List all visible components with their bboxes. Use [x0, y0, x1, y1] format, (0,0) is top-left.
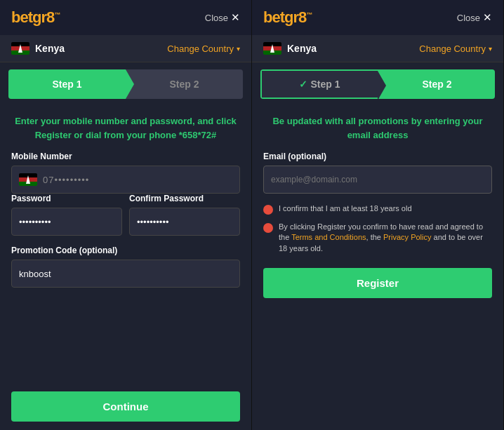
left-logo: betgr8™	[11, 8, 60, 27]
right-step2-label: Step 2	[422, 79, 451, 90]
terms-text-part2: , the	[366, 233, 383, 241]
right-change-country-label: Change Country	[419, 43, 486, 54]
left-panel: betgr8™ Close ✕ Kenya Change Country ▾ S…	[0, 0, 252, 430]
right-header: betgr8™ Close ✕	[252, 0, 503, 35]
password-label: Password	[11, 194, 122, 203]
right-step1[interactable]: ✓ Step 1	[260, 69, 379, 99]
right-logo: betgr8™	[263, 8, 312, 27]
age-confirm-text: I confirm that I am at least 18 years ol…	[279, 203, 412, 214]
right-logo-text2: gr8	[284, 8, 306, 26]
logo-text1: bet	[11, 8, 32, 26]
left-country-info: Kenya	[11, 42, 65, 55]
right-country-bar: Kenya Change Country ▾	[252, 35, 503, 62]
right-steps: ✓ Step 1 Step 2	[260, 69, 495, 99]
mobile-input[interactable]	[43, 175, 232, 185]
step1-check-icon: ✓	[299, 79, 307, 90]
left-step2[interactable]: Step 2	[126, 69, 243, 99]
right-instruction: Be updated with all promotions by enteri…	[263, 114, 492, 142]
right-step2[interactable]: Step 2	[379, 69, 495, 99]
logo-tm: ™	[54, 11, 60, 18]
mobile-flag-icon	[19, 173, 37, 186]
right-step1-label: Step 1	[310, 79, 340, 90]
right-logo-text1: bet	[263, 8, 284, 26]
left-steps: Step 1 Step 2	[8, 69, 243, 99]
terms-confirm-text: By clicking Register you confirm to have…	[279, 222, 492, 254]
register-button[interactable]: Register	[263, 268, 492, 298]
right-change-country-button[interactable]: Change Country ▾	[419, 43, 492, 54]
right-logo-tm: ™	[306, 11, 312, 18]
left-close-button[interactable]: Close ✕	[205, 11, 240, 24]
continue-button[interactable]: Continue	[11, 391, 240, 422]
left-flag-icon	[11, 42, 29, 55]
terms-confirm-radio[interactable]	[263, 223, 273, 233]
age-confirm-row: I confirm that I am at least 18 years ol…	[263, 203, 492, 215]
left-step1[interactable]: Step 1	[8, 69, 126, 99]
terms-confirm-row: By clicking Register you confirm to have…	[263, 222, 492, 254]
step2-label: Step 2	[169, 79, 199, 90]
left-change-country-label: Change Country	[167, 43, 234, 54]
right-content: Be updated with all promotions by enteri…	[252, 106, 503, 430]
confirm-label: Confirm Password	[129, 194, 240, 203]
logo-text2: gr8	[32, 8, 54, 26]
email-input[interactable]	[263, 166, 492, 194]
right-flag-icon	[263, 42, 281, 55]
age-confirm-radio[interactable]	[263, 205, 273, 215]
close-label: Close	[205, 13, 228, 23]
right-close-x-icon: ✕	[483, 11, 492, 24]
promo-label: Promotion Code (optional)	[11, 246, 240, 255]
mobile-input-wrapper	[11, 166, 240, 194]
left-content: Enter your mobile number and password, a…	[0, 106, 251, 430]
right-country-info: Kenya	[263, 42, 317, 55]
password-field-group: Password	[11, 194, 122, 236]
left-instruction: Enter your mobile number and password, a…	[11, 114, 240, 142]
right-close-button[interactable]: Close ✕	[457, 11, 492, 24]
left-header: betgr8™ Close ✕	[0, 0, 251, 35]
close-x-icon: ✕	[231, 11, 240, 24]
confirm-field-group: Confirm Password	[129, 194, 240, 236]
terms-link[interactable]: Terms and Conditions	[291, 233, 366, 241]
left-country-name: Kenya	[35, 43, 65, 54]
email-label: Email (optional)	[263, 152, 492, 161]
password-input[interactable]	[11, 208, 122, 236]
password-row: Password Confirm Password	[11, 194, 240, 236]
right-country-name: Kenya	[287, 43, 317, 54]
privacy-link[interactable]: Privacy Policy	[383, 233, 431, 241]
right-panel: betgr8™ Close ✕ Kenya Change Country ▾ ✓…	[252, 0, 504, 430]
right-close-label: Close	[457, 13, 480, 23]
confirm-input[interactable]	[129, 208, 240, 236]
mobile-label: Mobile Number	[11, 152, 240, 161]
left-change-country-button[interactable]: Change Country ▾	[167, 43, 240, 54]
promo-input[interactable]	[11, 260, 240, 288]
chevron-down-icon: ▾	[237, 45, 240, 53]
step1-label: Step 1	[52, 79, 81, 90]
right-chevron-down-icon: ▾	[489, 45, 492, 53]
left-country-bar: Kenya Change Country ▾	[0, 35, 251, 62]
